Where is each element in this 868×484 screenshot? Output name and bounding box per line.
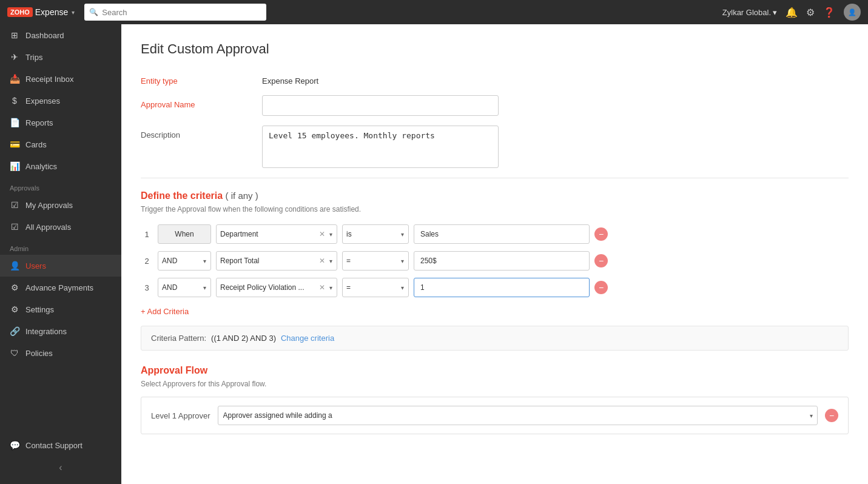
avatar[interactable]: 👤 bbox=[844, 4, 861, 21]
criteria-if-any: ( if any ) bbox=[226, 190, 258, 201]
sidebar-item-policies[interactable]: 🛡 Policies bbox=[0, 342, 121, 364]
search-input[interactable] bbox=[102, 8, 261, 17]
approval-name-input[interactable]: Approval for Sales bbox=[262, 95, 499, 116]
connector-select-3[interactable]: AND OR bbox=[158, 278, 211, 297]
sidebar-item-label: Receipt Inbox bbox=[25, 75, 74, 84]
help-icon[interactable]: ❓ bbox=[823, 7, 835, 18]
advance-payments-icon: ⚙ bbox=[10, 283, 19, 292]
sidebar-item-contact-support[interactable]: 💬 Contact Support bbox=[0, 434, 121, 456]
notification-icon[interactable]: 🔔 bbox=[786, 7, 798, 18]
sidebar-item-label: Integrations bbox=[25, 327, 67, 336]
field-select-2-wrap: Report Total ✕ ▾ bbox=[216, 251, 337, 271]
remove-criteria-2-button[interactable]: − bbox=[594, 254, 608, 267]
sidebar-item-label: Settings bbox=[25, 305, 54, 314]
my-approvals-icon: ☑ bbox=[10, 200, 19, 210]
criteria-pattern-value: ((1 AND 2) AND 3) bbox=[211, 334, 276, 343]
settings-icon[interactable]: ⚙ bbox=[806, 7, 815, 18]
level-1-label: Level 1 Approver bbox=[151, 411, 210, 420]
change-criteria-button[interactable]: Change criteria bbox=[281, 334, 334, 343]
remove-criteria-1-button[interactable]: − bbox=[594, 227, 608, 241]
row-num-3: 3 bbox=[141, 283, 153, 292]
operator-select-3[interactable]: = bbox=[342, 278, 409, 297]
avatar-img: 👤 bbox=[848, 8, 856, 16]
level-1-select-wrap: Approver assigned while adding a ▾ bbox=[218, 406, 818, 425]
sidebar-collapse-button[interactable]: ‹ bbox=[0, 456, 121, 479]
org-chevron-icon: ▾ bbox=[773, 8, 777, 17]
remove-criteria-3-button[interactable]: − bbox=[594, 281, 608, 294]
value-input-2[interactable] bbox=[414, 251, 590, 271]
sidebar-item-label: Contact Support bbox=[25, 441, 82, 450]
contact-support-icon: 💬 bbox=[10, 440, 19, 450]
sidebar-item-settings[interactable]: ⚙ Settings bbox=[0, 298, 121, 320]
approval-flow-title: Approval Flow bbox=[141, 365, 849, 376]
remove-level-1-button[interactable]: − bbox=[825, 409, 838, 422]
reports-icon: 📄 bbox=[10, 118, 19, 127]
criteria-pattern-label: Criteria Pattern: bbox=[151, 334, 206, 343]
value-input-3[interactable] bbox=[414, 278, 590, 297]
connector-when: When bbox=[158, 224, 211, 244]
field-clear-2-icon[interactable]: ✕ bbox=[319, 257, 325, 265]
approval-name-label: Approval Name bbox=[141, 95, 262, 109]
org-name-text: Zylkar Global. bbox=[722, 8, 771, 17]
sidebar-item-label: Cards bbox=[25, 140, 47, 149]
org-selector[interactable]: Zylkar Global. ▾ bbox=[722, 8, 777, 17]
admin-section-label: Admin bbox=[0, 238, 121, 255]
sidebar-item-expenses[interactable]: $ Expenses bbox=[0, 90, 121, 112]
approval-level-1: Level 1 Approver Approver assigned while… bbox=[141, 397, 849, 434]
all-approvals-icon: ☑ bbox=[10, 222, 19, 232]
entity-type-row: Entity type Expense Report bbox=[141, 72, 849, 86]
sidebar-item-cards[interactable]: 💳 Cards bbox=[0, 133, 121, 155]
sidebar-item-advance-payments[interactable]: ⚙ Advance Payments bbox=[0, 277, 121, 298]
topbar: ZOHO Expense ▾ 🔍 Zylkar Global. ▾ 🔔 ⚙ ❓ … bbox=[0, 0, 868, 24]
sidebar-item-my-approvals[interactable]: ☑ My Approvals bbox=[0, 194, 121, 216]
row-num-1: 1 bbox=[141, 230, 153, 239]
sidebar-item-label: Users bbox=[25, 261, 46, 271]
search-box[interactable]: 🔍 bbox=[84, 4, 266, 21]
expense-logo: Expense bbox=[35, 7, 68, 17]
sidebar-item-label: Trips bbox=[25, 53, 42, 62]
sidebar-item-all-approvals[interactable]: ☑ All Approvals bbox=[0, 216, 121, 238]
dashboard-icon: ⊞ bbox=[10, 30, 19, 40]
operator-select-3-wrap: = ▾ bbox=[342, 278, 409, 297]
sidebar-nav: ⊞ Dashboard ✈ Trips 📥 Receipt Inbox $ Ex… bbox=[0, 24, 121, 177]
criteria-section: Define the criteria ( if any ) Trigger t… bbox=[141, 190, 849, 351]
sidebar: ⊞ Dashboard ✈ Trips 📥 Receipt Inbox $ Ex… bbox=[0, 24, 121, 484]
sidebar-item-users[interactable]: 👤 Users bbox=[0, 255, 121, 277]
criteria-subtitle: Trigger the Approval flow when the follo… bbox=[141, 205, 849, 213]
collapse-icon: ‹ bbox=[59, 462, 62, 473]
add-criteria-button[interactable]: + Add Criteria bbox=[141, 307, 189, 316]
field-select-1-wrap: Department ✕ ▾ bbox=[216, 224, 337, 244]
sidebar-item-reports[interactable]: 📄 Reports bbox=[0, 112, 121, 133]
value-input-1[interactable] bbox=[414, 224, 590, 244]
search-icon: 🔍 bbox=[89, 8, 98, 16]
logo-chevron-icon[interactable]: ▾ bbox=[72, 9, 75, 16]
operator-select-2-wrap: = ▾ bbox=[342, 251, 409, 271]
description-textarea[interactable]: Level 15 employees. Monthly reports bbox=[262, 126, 499, 168]
integrations-icon: 🔗 bbox=[10, 326, 19, 336]
sidebar-item-receipt-inbox[interactable]: 📥 Receipt Inbox bbox=[0, 68, 121, 90]
topbar-right: Zylkar Global. ▾ 🔔 ⚙ ❓ 👤 bbox=[722, 4, 861, 21]
policies-icon: 🛡 bbox=[10, 348, 19, 358]
connector-select-2-wrap: AND OR ▾ bbox=[158, 251, 211, 271]
sidebar-item-integrations[interactable]: 🔗 Integrations bbox=[0, 320, 121, 342]
main-content: Edit Custom Approval Entity type Expense… bbox=[121, 24, 868, 484]
logo-area[interactable]: ZOHO Expense ▾ bbox=[7, 7, 75, 17]
sidebar-item-label: Expenses bbox=[25, 96, 60, 106]
approval-flow-section: Approval Flow Select Approvers for this … bbox=[141, 365, 849, 434]
sidebar-item-analytics[interactable]: 📊 Analytics bbox=[0, 155, 121, 177]
criteria-row-3: 3 AND OR ▾ Receipt Policy Violation ... … bbox=[141, 278, 849, 297]
sidebar-item-label: Policies bbox=[25, 349, 53, 358]
sidebar-item-dashboard[interactable]: ⊞ Dashboard bbox=[0, 24, 121, 46]
operator-select-1[interactable]: is bbox=[342, 224, 409, 244]
connector-select-2[interactable]: AND OR bbox=[158, 251, 211, 271]
field-clear-1-icon[interactable]: ✕ bbox=[319, 230, 325, 238]
criteria-row-1: 1 When Department ✕ ▾ is ▾ − bbox=[141, 224, 849, 244]
users-icon: 👤 bbox=[10, 261, 19, 271]
sidebar-item-trips[interactable]: ✈ Trips bbox=[0, 46, 121, 68]
analytics-icon: 📊 bbox=[10, 161, 19, 171]
level-1-select[interactable]: Approver assigned while adding a bbox=[218, 406, 818, 425]
operator-select-2[interactable]: = bbox=[342, 251, 409, 271]
sidebar-item-label: Advance Payments bbox=[25, 283, 93, 292]
field-clear-3-icon[interactable]: ✕ bbox=[319, 283, 325, 292]
sidebar-item-label: All Approvals bbox=[25, 223, 71, 232]
